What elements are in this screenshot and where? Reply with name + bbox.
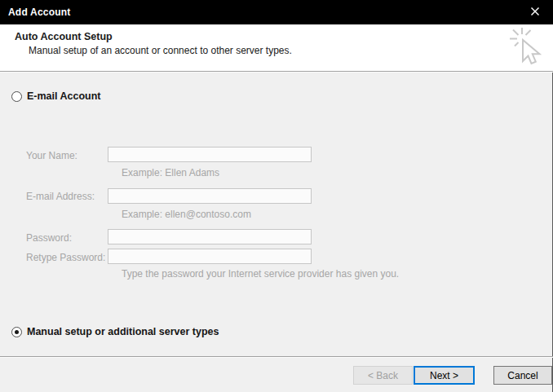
your-name-input[interactable] <box>108 147 312 162</box>
email-address-example: Example: ellen@contoso.com <box>122 209 251 220</box>
titlebar: Add Account <box>0 0 553 24</box>
manual-setup-option[interactable]: Manual setup or additional server types <box>11 326 219 337</box>
page-subtitle: Manual setup of an account or connect to… <box>29 45 292 56</box>
your-name-example: Example: Ellen Adams <box>122 167 219 178</box>
your-name-label: Your Name: <box>26 150 77 161</box>
window-title: Add Account <box>8 7 70 18</box>
email-account-label: E-mail Account <box>27 90 101 102</box>
email-address-input[interactable] <box>108 188 312 204</box>
email-address-label: E-mail Address: <box>26 191 95 202</box>
manual-setup-label: Manual setup or additional server types <box>27 326 219 337</box>
add-account-dialog: Add Account Auto Account Setup Manual se… <box>0 0 553 392</box>
wizard-header: Auto Account Setup Manual setup of an ac… <box>0 24 553 72</box>
back-button[interactable]: < Back <box>353 366 413 385</box>
email-account-radio <box>11 91 22 102</box>
email-account-option[interactable]: E-mail Account <box>11 90 101 102</box>
retype-password-label: Retype Password: <box>26 252 105 263</box>
footer-divider <box>0 356 553 357</box>
next-button[interactable]: Next > <box>414 366 475 385</box>
page-title: Auto Account Setup <box>15 31 113 42</box>
cancel-button[interactable]: Cancel <box>493 366 552 385</box>
manual-setup-radio <box>11 327 22 337</box>
retype-password-input[interactable] <box>108 249 312 264</box>
new-account-wizard-icon <box>505 25 547 73</box>
close-button[interactable] <box>516 0 553 24</box>
password-hint: Type the password your Internet service … <box>122 268 399 280</box>
password-input[interactable] <box>108 229 312 244</box>
close-icon <box>529 6 541 20</box>
password-label: Password: <box>26 232 72 244</box>
